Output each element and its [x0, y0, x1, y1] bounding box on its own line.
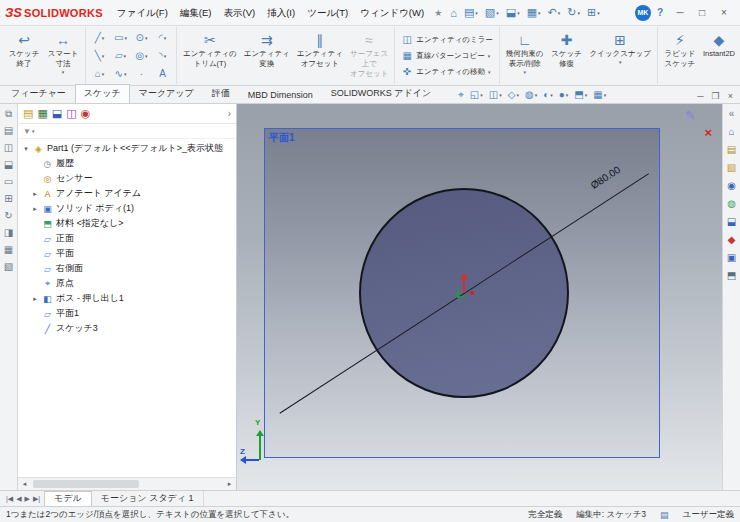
displaymanager-tab-icon[interactable]: ◉ [81, 107, 91, 120]
task-settings-icon[interactable]: ⬒ [727, 271, 736, 281]
left-toolbar-icon[interactable]: ◨ [4, 228, 13, 238]
left-toolbar-icon[interactable]: ▤ [4, 126, 13, 136]
left-toolbar-icon[interactable]: ▦ [4, 245, 13, 255]
tree-item-front-plane[interactable]: ▱ 正面 [18, 231, 236, 246]
chevron-down-icon[interactable]: ▾ [566, 92, 569, 98]
tab-motion-study[interactable]: モーション スタディ 1 [92, 491, 204, 506]
chevron-down-icon[interactable]: ▾ [585, 92, 588, 98]
tree-horizontal-scrollbar[interactable]: ◂ ▸ [18, 477, 236, 490]
polygon-tool-button[interactable]: ⌂▾ [89, 65, 110, 83]
line-tool-button[interactable]: ╱▾ [89, 29, 110, 47]
section-view-icon[interactable]: ◫▾ [487, 87, 504, 102]
tangent-arc-tool-button[interactable]: ◝▾ [152, 47, 173, 65]
new-document-icon[interactable]: ▤▾ [462, 4, 480, 22]
scroll-left-icon[interactable]: ◂ [18, 480, 31, 488]
quick-snaps-button[interactable]: ⊞ クイックスナップ ▾ [587, 28, 654, 83]
left-toolbar-icon[interactable]: ⊞ [4, 194, 12, 204]
tab-solidworks-addins[interactable]: SOLIDWORKS アドイン [322, 84, 440, 103]
convert-entities-button[interactable]: ⇉ エンティティ 変換 [241, 28, 293, 83]
chevron-down-icon[interactable]: ▾ [475, 10, 478, 16]
chevron-down-icon[interactable]: ▾ [516, 92, 519, 98]
chevron-down-icon[interactable]: ▾ [124, 53, 127, 59]
view-settings-icon[interactable]: ▦▾ [591, 87, 608, 102]
chevron-down-icon[interactable]: ▾ [164, 35, 167, 41]
chevron-down-icon[interactable]: ▾ [496, 10, 499, 16]
doc-minimize-button[interactable]: ─ [693, 91, 708, 101]
first-tab-icon[interactable]: |◀ [6, 495, 13, 503]
centerpoint-arc-tool-button[interactable]: ◜▾ [152, 29, 173, 47]
minimize-button[interactable]: ─ [669, 4, 691, 22]
close-button[interactable]: × [713, 4, 735, 22]
perimeter-circle-tool-button[interactable]: ◎▾ [131, 47, 152, 65]
user-avatar[interactable]: MK [635, 5, 651, 21]
corner-rectangle-tool-button[interactable]: ▭▾ [110, 29, 131, 47]
chevron-down-icon[interactable]: ▾ [604, 92, 607, 98]
point-tool-button[interactable]: ∙ [131, 65, 152, 83]
left-toolbar-icon[interactable]: ▭ [4, 177, 13, 187]
scrollbar-thumb[interactable] [33, 480, 139, 488]
tree-item-annotations[interactable]: ▸ A アノテート アイテム [18, 186, 236, 201]
doc-close-button[interactable]: × [723, 91, 738, 101]
chevron-down-icon[interactable]: ▾ [102, 35, 105, 41]
chevron-down-icon[interactable]: ▾ [480, 92, 483, 98]
tab-features[interactable]: フィーチャー [2, 84, 75, 103]
chevron-down-icon[interactable]: ▾ [499, 92, 502, 98]
expand-arrow-icon[interactable]: ▸ [31, 295, 39, 303]
tab-model[interactable]: モデル [44, 491, 92, 506]
chevron-down-icon[interactable]: ▾ [488, 69, 491, 75]
appearances-icon[interactable]: ◍ [727, 199, 736, 209]
design-library-icon[interactable]: ▤ [727, 145, 736, 155]
chevron-down-icon[interactable]: ▾ [535, 92, 538, 98]
tab-evaluate[interactable]: 評価 [203, 84, 239, 103]
circle-center-point[interactable] [470, 291, 474, 295]
chevron-down-icon[interactable]: ▾ [164, 53, 167, 59]
next-tab-icon[interactable]: ▶ [25, 495, 30, 503]
left-toolbar-icon[interactable]: ↻ [4, 211, 12, 221]
menu-edit[interactable]: 編集(E) [174, 4, 218, 22]
tree-item-sketch3[interactable]: ╱ スケッチ3 [18, 321, 236, 336]
chevron-down-icon[interactable]: ▾ [578, 10, 581, 16]
open-icon[interactable]: ▧▾ [483, 4, 501, 22]
cancel-sketch-icon[interactable]: × [704, 126, 712, 139]
offset-entities-button[interactable]: ∥ エンティティ オフセット [294, 28, 346, 83]
expand-arrow-icon[interactable]: ▸ [31, 190, 39, 198]
scenes-icon[interactable]: ⬓ [727, 217, 736, 227]
home-icon[interactable]: ⌂ [448, 4, 459, 22]
tree-item-top-plane[interactable]: ▱ 平面 [18, 246, 236, 261]
spline-tool-button[interactable]: ∿▾ [110, 65, 131, 83]
menu-view[interactable]: 表示(V) [218, 4, 262, 22]
previous-tab-icon[interactable]: ◀ [16, 495, 21, 503]
chevron-down-icon[interactable]: ▾ [102, 53, 105, 59]
pin-menubar-icon[interactable]: ★ [430, 8, 446, 18]
sketch-origin-icon[interactable] [457, 290, 465, 298]
tree-item-plane1[interactable]: ▱ 平面1 [18, 306, 236, 321]
confirm-sketch-icon[interactable]: ✎ [685, 108, 696, 123]
options-icon[interactable]: ⊞▾ [585, 4, 602, 22]
hide-show-items-icon[interactable]: ◐▾ [541, 87, 555, 102]
left-toolbar-icon[interactable]: ▧ [4, 262, 13, 272]
filter-icon[interactable]: ▼ [23, 127, 31, 136]
chevron-down-icon[interactable]: ▾ [124, 71, 127, 77]
parallelogram-tool-button[interactable]: ▱▾ [110, 47, 131, 65]
custom-properties-icon[interactable]: ◆ [728, 235, 736, 245]
linear-pattern-button[interactable]: ▦ 直線パターンコピー ▾ [398, 48, 496, 63]
save-icon[interactable]: ⬓▾ [504, 4, 522, 22]
chevron-down-icon[interactable]: ▾ [145, 53, 148, 59]
dimxpertmanager-tab-icon[interactable]: ◫ [66, 107, 76, 120]
chevron-down-icon[interactable]: ▾ [558, 10, 561, 16]
tree-item-right-plane[interactable]: ▱ 右側面 [18, 261, 236, 276]
chevron-down-icon[interactable]: ▾ [619, 59, 622, 66]
left-toolbar-icon[interactable]: ⧉ [5, 109, 12, 119]
zoom-fit-icon[interactable]: ⌖ [456, 87, 466, 102]
maximize-button[interactable]: □ [691, 4, 713, 22]
custom-units-status[interactable]: ユーザー定義 [683, 509, 734, 521]
menu-window[interactable]: ウィンドウ(W) [354, 4, 430, 22]
forum-icon[interactable]: ▣ [727, 253, 736, 263]
centerline-tool-button[interactable]: ╲▾ [89, 47, 110, 65]
scroll-right-icon[interactable]: ▸ [223, 480, 236, 488]
last-tab-icon[interactable]: ▶| [33, 495, 40, 503]
view-palette-icon[interactable]: ◉ [727, 181, 736, 191]
doc-restore-button[interactable]: ❐ [708, 91, 723, 101]
configurationmanager-tab-icon[interactable]: ⬓ [52, 107, 62, 120]
repair-sketch-button[interactable]: ✚ スケッチ 修復 [548, 28, 586, 83]
